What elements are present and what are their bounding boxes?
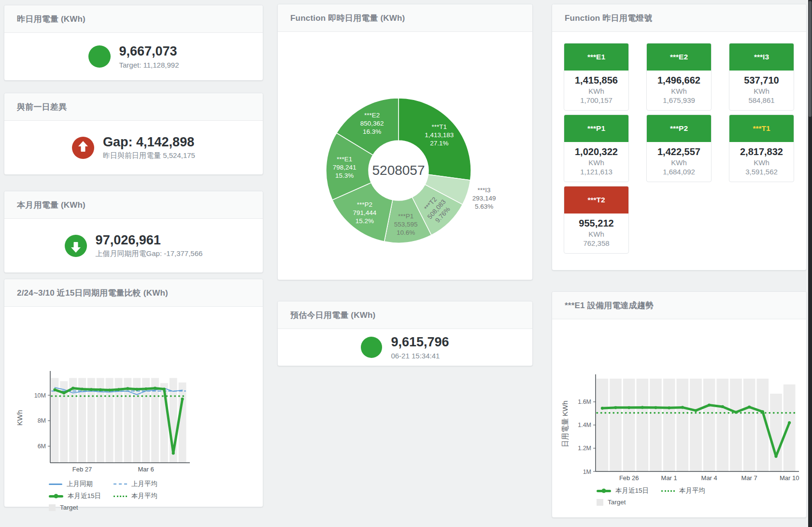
stat-subtitle: 昨日與前日用電量 5,524,175 <box>103 151 195 160</box>
tile-target: 1,675,939 <box>649 96 709 104</box>
legend-item-dotted[interactable]: 本月平均 <box>114 492 157 500</box>
data-point <box>90 388 93 391</box>
target-bar <box>637 379 649 471</box>
data-point <box>126 387 129 390</box>
tile-status-header: ***T2 <box>564 186 628 214</box>
data-point <box>117 388 120 391</box>
legend-marker-icon <box>597 490 611 492</box>
data-point <box>748 406 751 409</box>
panel-yesterday-lights: Function 昨日用電燈號 ***E11,415,856KWh1,700,1… <box>552 4 807 271</box>
target-bar <box>677 379 689 471</box>
tile-value: 955,212 <box>566 218 627 229</box>
legend-item-dotted[interactable]: 本月平均 <box>661 486 705 495</box>
legend-item-dashed[interactable]: 上月平均 <box>114 480 157 488</box>
panel-header: Function 即時日用電量 (KWh) <box>278 4 532 32</box>
comparison-chart[interactable]: 6M8M10MKWhFeb 27Mar 6 <box>4 307 263 476</box>
data-point <box>71 387 74 390</box>
data-point <box>694 409 697 412</box>
light-tile: ***I3537,710KWh584,861 <box>729 43 794 111</box>
data-point <box>172 452 175 455</box>
tile-status-header: ***E2 <box>647 43 711 71</box>
scrollbar-thumb[interactable] <box>809 1 812 117</box>
legend-item-target[interactable]: Target <box>597 499 649 506</box>
panel-title: 本月用電量 (KWh) <box>17 199 85 211</box>
stat-value: 9,615,796 <box>391 335 449 350</box>
panel-15day-comparison: 2/24~3/10 近15日同期用電量比較 (KWh) 6M8M10MKWhFe… <box>4 279 263 507</box>
donut-center-total: 5208057 <box>372 163 425 178</box>
trend-chart-legend: 本月近15日本月平均Target <box>597 486 806 506</box>
legend-label: 本月近15日 <box>68 492 101 500</box>
panel-header: 2/24~3/10 近15日同期用電量比較 (KWh) <box>4 279 263 307</box>
stat-body: Gap: 4,142,898 昨日與前日用電量 5,524,175 <box>4 121 263 174</box>
tile-unit: KWh <box>649 158 709 167</box>
x-tick-label: Mar 10 <box>780 474 799 482</box>
target-bar <box>717 379 729 471</box>
data-point <box>181 398 184 400</box>
legend-label: Target <box>608 499 626 506</box>
tile-unit: KWh <box>731 87 792 95</box>
x-tick-label: Mar 4 <box>701 474 717 482</box>
trend-chart[interactable]: 1M1.2M1.4M1.6M日用電量 KWhFeb 26Mar 1Mar 4Ma… <box>552 319 806 483</box>
data-point <box>774 455 777 458</box>
tile-body: 1,496,662KWh1,675,939 <box>647 71 711 110</box>
tile-value: 1,496,662 <box>649 75 709 86</box>
data-point <box>601 407 604 410</box>
legend-item-thick[interactable]: 本月近15日 <box>49 492 101 500</box>
status-circle-icon <box>88 45 111 68</box>
status-circle-icon <box>361 337 382 358</box>
data-point <box>614 406 617 409</box>
donut-chart[interactable]: ***T11,413,18327.1%***I3293,1495.63%***T… <box>278 32 532 278</box>
data-point <box>135 388 138 391</box>
panel-today-estimate: 預估今日用電量 (KWh) 9,615,796 06-21 15:34:41 <box>277 301 533 366</box>
tile-status-header: ***P2 <box>647 115 711 142</box>
legend-item-line[interactable]: 上月同期 <box>49 480 101 488</box>
legend-marker-icon <box>661 490 675 492</box>
lights-tile-grid: ***E11,415,856KWh1,700,157***E21,496,662… <box>552 32 806 265</box>
panel-month-usage: 本月用電量 (KWh) 97,026,961 上個月同期用電Gap: -17,3… <box>4 191 263 273</box>
legend-marker-icon <box>114 496 127 497</box>
stat-value: 97,026,961 <box>96 233 203 248</box>
stat-subtitle: 上個月同期用電Gap: -17,377,566 <box>96 249 203 258</box>
panel-title: Function 昨日用電燈號 <box>565 13 652 24</box>
tile-value: 537,710 <box>731 75 792 86</box>
target-bar <box>784 385 796 471</box>
x-tick-label: Mar 1 <box>661 474 677 482</box>
tile-target: 3,591,562 <box>731 168 792 176</box>
tile-value: 1,415,856 <box>566 75 627 86</box>
arrow-up-icon <box>72 137 94 159</box>
legend-item-thick[interactable]: 本月近15日 <box>597 486 649 495</box>
target-bar <box>663 379 675 471</box>
target-bar <box>770 394 782 471</box>
target-bar <box>703 379 715 471</box>
target-bar <box>623 379 635 471</box>
y-axis-title: KWh <box>15 410 24 426</box>
tile-body: 537,710KWh584,861 <box>729 71 794 110</box>
data-point <box>788 421 791 424</box>
light-tile: ***T12,817,832KWh3,591,562 <box>729 114 794 182</box>
tile-unit: KWh <box>566 158 627 167</box>
tile-unit: KWh <box>731 158 792 167</box>
panel-header: 與前一日差異 <box>4 93 263 121</box>
y-tick-label: 10M <box>34 392 46 399</box>
legend-label: 本月平均 <box>679 486 705 495</box>
comparison-chart-legend: 上月同期上月平均本月近15日本月平均Target <box>49 480 263 511</box>
tile-target: 584,861 <box>731 96 792 104</box>
data-point <box>721 405 724 408</box>
panel-header: Function 昨日用電燈號 <box>552 4 806 32</box>
data-point <box>144 387 147 390</box>
legend-marker-icon <box>114 484 127 484</box>
data-point <box>668 406 670 409</box>
panel-gap-prev-day: 與前一日差異 Gap: 4,142,898 昨日與前日用電量 5,524,175 <box>4 93 263 175</box>
page-scrollbar[interactable] <box>808 0 812 527</box>
tile-value: 2,817,832 <box>731 146 792 157</box>
panel-title: 預估今日用電量 (KWh) <box>290 310 375 321</box>
tile-body: 955,212KWh762,358 <box>564 214 628 253</box>
data-point <box>627 406 630 409</box>
panel-yesterday-usage: 昨日用電量 (KWh) 9,667,073 Target: 11,128,992 <box>4 5 263 81</box>
panel-title: Function 即時日用電量 (KWh) <box>290 13 405 24</box>
data-point <box>163 387 166 390</box>
panel-header: 昨日用電量 (KWh) <box>4 5 263 33</box>
light-tile: ***P21,422,557KWh1,684,092 <box>646 114 712 182</box>
tile-body: 1,415,856KWh1,700,157 <box>564 71 628 110</box>
legend-item-target[interactable]: Target <box>49 504 101 511</box>
